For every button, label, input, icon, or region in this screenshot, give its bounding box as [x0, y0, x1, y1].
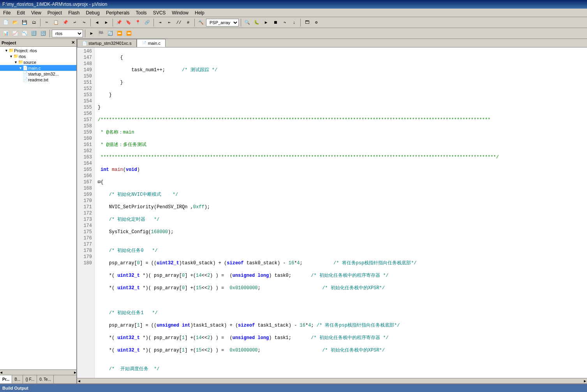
- editor-tabs: 📄 startup_stm32f401xc.s 📄 main.c: [77, 39, 587, 47]
- menu-help[interactable]: Help: [192, 9, 208, 16]
- tb2-btn8[interactable]: 🔄: [106, 29, 115, 38]
- copy-button[interactable]: 📋: [52, 18, 60, 27]
- comment-button[interactable]: //: [175, 18, 183, 27]
- debug-button[interactable]: 🐛: [252, 18, 261, 27]
- tb2-btn7[interactable]: 🏁: [97, 29, 105, 38]
- bp2-button[interactable]: 🔖: [124, 18, 133, 27]
- menubar: File Edit View Project Flash Debug Perip…: [0, 9, 587, 17]
- editor-hscroll[interactable]: ◀ ▶: [77, 378, 587, 383]
- toolbar2: 📊 📈 📉 🔢 🔣 rtos ▶ 🏁 🔄 ⏩ ⏪: [0, 28, 587, 39]
- open-button[interactable]: 📂: [11, 18, 19, 27]
- sep5: [194, 19, 195, 26]
- readme-icon: 📄: [23, 77, 28, 82]
- run-button[interactable]: ▶: [262, 18, 270, 27]
- editor-area: 📄 startup_stm32f401xc.s 📄 main.c 1461471…: [77, 39, 587, 383]
- tree-item-source[interactable]: ▼ 📁 source: [0, 59, 76, 65]
- tb2-btn6[interactable]: ▶: [87, 29, 96, 38]
- sidebar-tree: ▼ 📁 Project: rtos ▼ 📁 rtos ▼ 📁 source: [0, 47, 76, 369]
- tb2-btn3[interactable]: 📉: [20, 29, 29, 38]
- tb2-btn5[interactable]: 🔣: [39, 29, 48, 38]
- tb2-btn1[interactable]: 📊: [2, 29, 10, 38]
- save-all-button[interactable]: 🗂: [30, 18, 38, 27]
- sidebar: Project ✕ ▼ 📁 Project: rtos ▼ 📁 rtos: [0, 39, 77, 383]
- sep9: [85, 30, 85, 37]
- window-button[interactable]: 🗔: [303, 18, 311, 27]
- code-content[interactable]: { task_num1++; /* 测试跟踪 */ } } } /*******…: [95, 47, 587, 378]
- find-button[interactable]: 🔍: [243, 18, 252, 27]
- menu-edit[interactable]: Edit: [14, 9, 28, 16]
- sidebar-title: Project: [2, 40, 16, 45]
- tb2-btn10[interactable]: ⏪: [125, 29, 133, 38]
- tree-item-startup[interactable]: 📄 startup_stm32...: [0, 71, 76, 77]
- tree-item-readme[interactable]: 📄 readme.txt: [0, 77, 76, 83]
- save-button[interactable]: 💾: [20, 18, 29, 27]
- startup-file-icon: 📄: [82, 41, 87, 46]
- tb2-btn2[interactable]: 📈: [11, 29, 19, 38]
- sep6: [241, 19, 241, 26]
- bp-button[interactable]: 📌: [115, 18, 123, 27]
- nav-fwd-button[interactable]: ▶: [102, 18, 111, 27]
- cut-button[interactable]: ✂: [42, 18, 51, 27]
- tree-item-project[interactable]: ▼ 📁 Project: rtos: [0, 47, 76, 53]
- line-numbers: 146147148149150 151152153154155 15615715…: [77, 47, 95, 378]
- sidebar-scroll: ◀ ▶: [0, 369, 76, 375]
- build-button[interactable]: 🔨: [197, 18, 205, 27]
- bp3-button[interactable]: 📍: [134, 18, 142, 27]
- tb2-btn4[interactable]: 🔢: [30, 29, 38, 38]
- code-container[interactable]: 146147148149150 151152153154155 15615715…: [77, 47, 587, 378]
- sep3: [113, 19, 113, 26]
- scroll-right[interactable]: ▶: [74, 370, 76, 375]
- sidebar-tab-functions[interactable]: {} F...: [23, 375, 37, 383]
- sidebar-tab-templates[interactable]: 0. Te...: [37, 375, 54, 383]
- indent-button[interactable]: ⇥: [156, 18, 164, 27]
- step-over-button[interactable]: ↷: [280, 18, 289, 27]
- menu-tools[interactable]: Tools: [133, 9, 150, 16]
- mainc-icon: 📄: [23, 65, 28, 70]
- bp4-button[interactable]: 🔗: [143, 18, 152, 27]
- sidebar-header: Project ✕: [0, 39, 76, 47]
- main-area: Project ✕ ▼ 📁 Project: rtos ▼ 📁 rtos: [0, 39, 587, 383]
- project-dropdown[interactable]: rtos: [52, 30, 83, 37]
- sidebar-tab-books[interactable]: B...: [12, 375, 23, 383]
- target-dropdown[interactable]: PSP_array: [206, 19, 239, 26]
- build-output-header: Build Output: [0, 384, 587, 392]
- undo-button[interactable]: ↩: [71, 18, 79, 27]
- sep4: [153, 19, 154, 26]
- tree-item-rtos[interactable]: ▼ 📁 rtos: [0, 53, 76, 59]
- tab-startup[interactable]: 📄 startup_stm32f401xc.s: [77, 39, 137, 47]
- menu-file[interactable]: File: [0, 9, 14, 16]
- bottom-panel: Build Output compiling main.c... linking…: [0, 383, 587, 392]
- startup-icon: 📄: [23, 71, 28, 76]
- redo-button[interactable]: ↪: [80, 18, 88, 27]
- settings-button[interactable]: ⚙: [312, 18, 321, 27]
- menu-debug[interactable]: Debug: [83, 9, 103, 16]
- menu-project[interactable]: Project: [44, 9, 65, 16]
- tb2-btn9[interactable]: ⏩: [115, 29, 124, 38]
- tab-main[interactable]: 📄 main.c: [137, 39, 166, 47]
- hscroll-right[interactable]: ▶: [583, 379, 587, 383]
- menu-flash[interactable]: Flash: [65, 9, 83, 16]
- source-icon: 📁: [18, 60, 23, 65]
- hscroll-left[interactable]: ◀: [77, 379, 81, 383]
- menu-view[interactable]: View: [28, 9, 44, 16]
- mainc-file-icon: 📄: [142, 41, 146, 45]
- nav-back-button[interactable]: ◀: [93, 18, 101, 27]
- menu-svcs[interactable]: SVCS: [150, 9, 169, 16]
- sidebar-close[interactable]: ✕: [71, 40, 75, 45]
- unindent-button[interactable]: ⇤: [165, 18, 174, 27]
- sep1: [40, 19, 41, 26]
- tree-item-mainc[interactable]: ▼ 📄 main.c: [0, 65, 76, 71]
- new-file-button[interactable]: 📄: [2, 18, 10, 27]
- sidebar-tab-project[interactable]: Pr...: [0, 375, 12, 383]
- menu-peripherals[interactable]: Peripherals: [103, 9, 133, 16]
- sep2: [90, 19, 91, 26]
- paste-button[interactable]: 📌: [61, 18, 70, 27]
- step-button[interactable]: ↓: [290, 18, 298, 27]
- stop-button[interactable]: ⏹: [271, 18, 280, 27]
- sep7: [300, 19, 301, 26]
- build-output-title: Build Output: [2, 386, 28, 390]
- titlebar: F:\my_rtos\rtos_1\MDK-ARM\rtos.uvprojx -…: [0, 0, 587, 9]
- title-text: F:\my_rtos\rtos_1\MDK-ARM\rtos.uvprojx -…: [2, 2, 107, 7]
- uncomment-button[interactable]: #: [184, 18, 192, 27]
- menu-window[interactable]: Window: [169, 9, 192, 16]
